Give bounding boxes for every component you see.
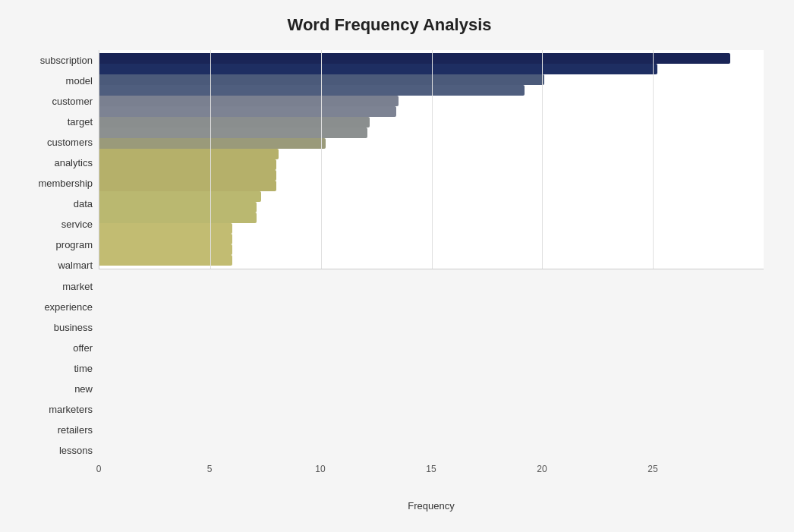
x-tick-label: 20 bbox=[537, 464, 547, 474]
bar bbox=[99, 96, 399, 106]
bar-row bbox=[99, 64, 764, 74]
y-label: walmart bbox=[15, 260, 93, 270]
y-label: business bbox=[15, 323, 93, 332]
y-label: customers bbox=[15, 137, 93, 147]
bar bbox=[99, 191, 261, 202]
bar-row bbox=[99, 149, 764, 159]
bar bbox=[99, 74, 544, 85]
bar-row bbox=[99, 202, 764, 212]
bar-row bbox=[99, 223, 764, 234]
bar-row bbox=[99, 191, 764, 202]
bar bbox=[99, 149, 279, 159]
y-label: new bbox=[15, 384, 93, 394]
bar-row bbox=[99, 244, 764, 255]
y-label: marketers bbox=[15, 405, 93, 414]
bar-row bbox=[99, 170, 764, 181]
plot-wrapper bbox=[99, 50, 764, 461]
bar-row bbox=[99, 234, 764, 244]
bar bbox=[99, 159, 276, 170]
bars-wrapper bbox=[99, 50, 764, 269]
bar-row bbox=[99, 127, 764, 138]
bar-row bbox=[99, 117, 764, 127]
y-label: membership bbox=[15, 178, 93, 188]
x-axis-labels-area: 0510152025 bbox=[99, 461, 764, 483]
y-label: customer bbox=[15, 96, 93, 106]
bar-row bbox=[99, 212, 764, 223]
y-label: program bbox=[15, 240, 93, 250]
chart-container: Word Frequency Analysis subscriptionmode… bbox=[0, 0, 794, 532]
x-axis-title: Frequency bbox=[99, 500, 764, 512]
bar bbox=[99, 85, 525, 96]
y-label: data bbox=[15, 199, 93, 209]
bar-row bbox=[99, 181, 764, 191]
x-tick-label: 25 bbox=[647, 464, 657, 474]
bar bbox=[99, 117, 370, 127]
bar bbox=[99, 202, 257, 212]
bar-row bbox=[99, 138, 764, 149]
y-label: experience bbox=[15, 302, 93, 312]
y-label: retailers bbox=[15, 425, 93, 435]
bar bbox=[99, 212, 257, 223]
bar bbox=[99, 244, 232, 255]
bar-row bbox=[99, 106, 764, 117]
x-tick-label: 5 bbox=[207, 464, 213, 474]
bar bbox=[99, 181, 276, 191]
y-label: time bbox=[15, 364, 93, 373]
bar bbox=[99, 138, 326, 149]
bar bbox=[99, 170, 276, 181]
bar-row bbox=[99, 53, 764, 64]
plot-area bbox=[99, 50, 764, 269]
y-label: target bbox=[15, 117, 93, 127]
bar-row bbox=[99, 255, 764, 266]
chart-title: Word Frequency Analysis bbox=[15, 15, 764, 35]
bar-row bbox=[99, 85, 764, 96]
bar bbox=[99, 53, 730, 64]
bar bbox=[99, 234, 232, 244]
bar bbox=[99, 127, 367, 138]
y-axis: subscriptionmodelcustomertargetcustomers… bbox=[15, 50, 99, 461]
bar bbox=[99, 223, 232, 234]
bar bbox=[99, 255, 232, 266]
x-tick-label: 10 bbox=[315, 464, 325, 474]
y-label: model bbox=[15, 76, 93, 86]
y-label: market bbox=[15, 282, 93, 291]
bar-row bbox=[99, 159, 764, 170]
bar-row bbox=[99, 96, 764, 106]
chart-area: subscriptionmodelcustomertargetcustomers… bbox=[15, 50, 764, 461]
y-label: lessons bbox=[15, 445, 93, 455]
x-tick-label: 0 bbox=[96, 464, 102, 474]
bar bbox=[99, 64, 657, 74]
bar-row bbox=[99, 74, 764, 85]
bar bbox=[99, 106, 396, 117]
y-label: analytics bbox=[15, 158, 93, 168]
y-label: subscription bbox=[15, 55, 93, 65]
y-label: service bbox=[15, 219, 93, 229]
y-label: offer bbox=[15, 343, 93, 353]
x-tick-label: 15 bbox=[426, 464, 436, 474]
